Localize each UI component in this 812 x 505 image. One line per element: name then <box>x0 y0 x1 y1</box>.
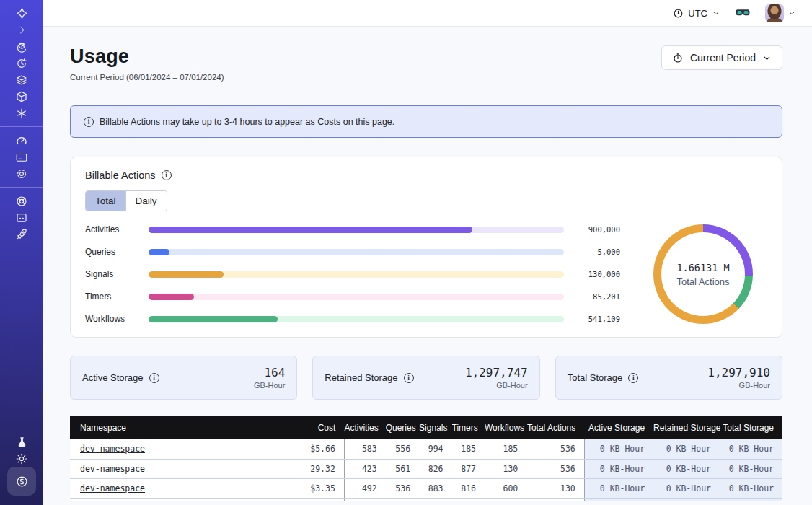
sun-icon[interactable] <box>9 450 35 467</box>
billable-actions-title: Billable Actions <box>85 170 156 181</box>
tab-total[interactable]: Total <box>86 191 125 211</box>
profile-menu[interactable] <box>765 4 796 22</box>
cell-total-actions: 536 <box>526 459 584 478</box>
cell-empty <box>452 498 485 501</box>
period-dropdown-label: Current Period <box>690 52 756 63</box>
bar-label: Activities <box>85 224 149 234</box>
terminal-icon[interactable] <box>9 209 35 226</box>
bar-label: Queries <box>85 247 149 257</box>
info-icon[interactable]: i <box>628 373 638 383</box>
page-subtitle: Current Period (06/01/2024 – 07/01/2024) <box>70 73 224 82</box>
tab-daily[interactable]: Daily <box>125 191 167 211</box>
col-signals: Signals <box>419 416 451 439</box>
cell-signals: 994 <box>419 439 451 459</box>
col-total-actions: Total Actions <box>526 416 584 439</box>
table-row-partial <box>70 498 782 501</box>
cell-cost: $3.35 <box>273 478 345 498</box>
main-content: Usage Current Period (06/01/2024 – 07/01… <box>43 27 812 505</box>
cell-queries: 536 <box>386 478 419 498</box>
cell-total-storage: 0 KB-Hour <box>720 478 782 498</box>
sidebar-spacer <box>0 247 43 429</box>
cell-active-storage: 0 KB-Hour <box>584 459 653 478</box>
retained-storage-label: Retained Storage <box>325 372 397 383</box>
dollar-coin-icon[interactable] <box>7 467 36 496</box>
cell-activities: 423 <box>344 459 385 478</box>
temporal-logo[interactable] <box>9 5 35 22</box>
timezone-selector[interactable]: UTC <box>673 8 720 19</box>
bar-value: 130,000 <box>575 270 620 278</box>
cell-retained-storage: 0 KB-Hour <box>653 459 720 478</box>
info-icon[interactable]: i <box>149 373 159 383</box>
billable-actions-card: Billable Actions i TotalDaily Activities… <box>70 157 782 338</box>
cell-empty <box>485 498 526 501</box>
bar-label: Workflows <box>85 314 149 324</box>
chevron-down-icon <box>762 53 772 63</box>
retry-clock-icon[interactable] <box>9 55 35 71</box>
cell-cost: 29.32 <box>273 459 345 478</box>
col-timers: Timers <box>452 416 485 439</box>
sidebar-group-help <box>0 187 43 247</box>
namespace-usage-table: NamespaceCostActivitiesQueriesSignalsTim… <box>70 416 782 501</box>
col-total-storage: Total Storage <box>720 416 782 439</box>
gauge-icon[interactable] <box>9 132 35 149</box>
table-body: dev-namespace$5.665835569941851855360 KB… <box>70 439 782 501</box>
retained-storage-value: 1,297,747 <box>465 366 528 379</box>
spiral-icon[interactable] <box>9 38 35 55</box>
total-storage-label: Total Storage <box>568 372 623 383</box>
flask-icon[interactable] <box>9 434 35 450</box>
bar-track <box>149 316 564 322</box>
total-storage-unit: GB-Hour <box>707 381 770 390</box>
cube-icon[interactable] <box>9 88 35 105</box>
bar-label: Timers <box>85 291 149 302</box>
namespace-link[interactable]: dev-namespace <box>80 444 145 454</box>
cell-empty <box>386 498 419 501</box>
chevron-down-icon <box>712 9 720 17</box>
active-storage-unit: GB-Hour <box>254 381 285 390</box>
cell-cost: $5.66 <box>273 439 345 459</box>
top-header: UTC <box>43 0 812 27</box>
info-icon[interactable]: i <box>404 373 414 383</box>
layers-icon[interactable] <box>9 71 35 88</box>
cell-active-storage: 0 KB-Hour <box>584 478 653 498</box>
cell-timers: 185 <box>452 439 485 459</box>
table-header-row: NamespaceCostActivitiesQueriesSignalsTim… <box>70 416 782 439</box>
bar-value: 900,000 <box>575 225 620 234</box>
info-icon[interactable]: i <box>162 170 172 180</box>
donut-center-label: Total Actions <box>677 276 730 287</box>
cell-total-actions: 536 <box>526 439 584 459</box>
cell-retained-storage: 0 KB-Hour <box>653 439 720 459</box>
table-row: dev-namespace$5.665835569941851855360 KB… <box>70 439 782 459</box>
bar-label: Signals <box>85 269 149 279</box>
table-row: dev-namespace29.324235618268771305360 KB… <box>70 459 782 478</box>
cell-namespace: dev-namespace <box>70 459 273 478</box>
cell-queries: 556 <box>386 439 419 459</box>
active-storage-card: Active Storage i 164 GB-Hour <box>70 356 297 400</box>
chevron-down-icon <box>787 9 796 17</box>
lifebuoy-icon[interactable] <box>9 193 35 209</box>
cell-workflows: 600 <box>485 478 526 498</box>
total-storage-value: 1,297,910 <box>707 366 770 379</box>
col-activities: Activities <box>344 416 385 439</box>
bar-track <box>149 294 564 300</box>
cell-retained-storage: 0 KB-Hour <box>653 478 720 498</box>
goggles-icon[interactable] <box>735 7 751 19</box>
period-dropdown-button[interactable]: Current Period <box>661 45 782 70</box>
sidebar-group-bottom <box>0 429 43 505</box>
cell-queries: 561 <box>386 459 419 478</box>
namespace-table-wrap: NamespaceCostActivitiesQueriesSignalsTim… <box>70 416 782 501</box>
collapse-chevron-icon[interactable] <box>9 22 35 38</box>
gear-icon[interactable] <box>9 165 35 182</box>
bar-fill <box>149 249 169 255</box>
usage-bar-timers: Timers85,201 <box>85 291 620 302</box>
asterisk-icon[interactable] <box>9 105 35 121</box>
cell-signals: 883 <box>419 478 451 498</box>
bar-value: 5,000 <box>575 247 620 256</box>
rocket-icon[interactable] <box>9 226 35 242</box>
cell-activities: 583 <box>344 439 385 459</box>
bar-track <box>149 249 564 255</box>
namespace-link[interactable]: dev-namespace <box>80 464 145 474</box>
namespace-link[interactable]: dev-namespace <box>80 483 145 493</box>
credit-card-icon[interactable] <box>9 149 35 165</box>
bar-fill <box>149 227 472 233</box>
cell-empty <box>344 498 385 501</box>
